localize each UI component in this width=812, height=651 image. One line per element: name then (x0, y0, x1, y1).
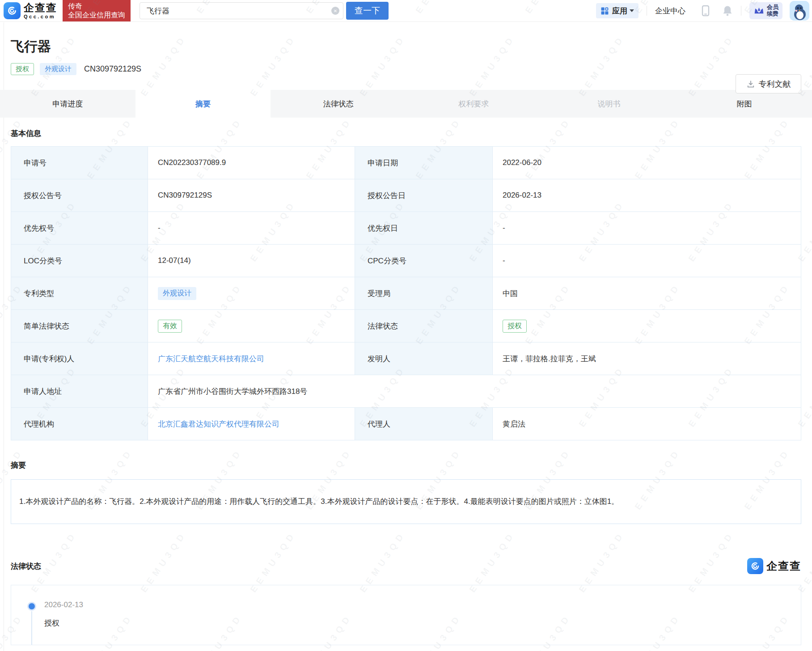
qcc-logo-icon (4, 2, 21, 19)
table-row: LOC分类号 12-07(14) CPC分类号 - (11, 245, 801, 277)
row-label: 代理机构 (11, 408, 148, 440)
row-label: 申请日期 (355, 147, 493, 179)
table-row: 优先权号 - 优先权日 - (11, 212, 801, 245)
row-label: 申请(专利权)人 (11, 342, 148, 375)
promo-line2: 全国企业信用查询 (68, 11, 125, 20)
row-label: 受理局 (355, 277, 493, 310)
crown-icon (753, 6, 765, 16)
search-bar: ✕ 查一下 (140, 2, 389, 20)
timeline-dot (29, 603, 35, 609)
row-label: 申请人地址 (11, 375, 148, 408)
table-row: 申请(专利权)人 广东汇天航空航天科技有限公司 发明人 王谭，菲拉格.拉菲克，王… (11, 342, 801, 375)
patent-document-label: 专利文献 (759, 79, 791, 89)
legal-status-header: 法律状态 企查查 (11, 558, 801, 574)
table-row: 授权公告号 CN309792129S 授权公告日 2026-02-13 (11, 179, 801, 212)
download-icon (746, 80, 755, 89)
user-avatar[interactable] (790, 1, 809, 21)
tab-legal-status[interactable]: 法律状态 (271, 90, 406, 118)
legal-status-timeline: 2026-02-13 授权 (11, 585, 801, 645)
page-title: 飞行器 (11, 38, 801, 56)
row-value: - (148, 212, 355, 245)
timeline-date: 2026-02-13 (44, 600, 801, 609)
vip-line2: 续费 (767, 11, 778, 17)
patent-type-tag[interactable]: 外观设计 (158, 287, 196, 300)
agency-link[interactable]: 北京汇鑫君达知识产权代理有限公司 (158, 420, 279, 428)
tab-bar: 申请进度 摘要 法律状态 权利要求 说明书 附图 (0, 90, 812, 118)
tab-abstract[interactable]: 摘要 (135, 90, 271, 118)
table-row: 申请号 CN202230377089.9 申请日期 2022-06-20 (11, 147, 801, 179)
tab-specification: 说明书 (541, 90, 677, 118)
row-label: 代理人 (355, 408, 493, 440)
qcc-brand-text: 企查查 (766, 559, 801, 573)
row-value: 2022-06-20 (493, 147, 801, 179)
vip-renew-button[interactable]: 会员 续费 (749, 2, 782, 19)
mobile-app-icon[interactable] (701, 5, 710, 17)
vip-line1: 会员 (767, 4, 778, 11)
row-label: CPC分类号 (355, 245, 493, 277)
row-value: 中国 (493, 277, 801, 310)
apps-menu-button[interactable]: 应用 (596, 3, 639, 18)
qcc-logo-icon (747, 558, 763, 574)
notifications-bell-icon[interactable] (722, 5, 733, 17)
brand-name: 企查查 (24, 3, 57, 13)
patent-type-badge: 外观设计 (40, 63, 76, 75)
basic-info-table: 申请号 CN202230377089.9 申请日期 2022-06-20 授权公… (11, 146, 801, 440)
qcc-watermark-logo: 企查查 (747, 558, 801, 574)
row-label: 优先权号 (11, 212, 148, 245)
enterprise-center-link[interactable]: 企业中心 (655, 6, 685, 16)
table-row: 专利类型 外观设计 受理局 中国 (11, 277, 801, 310)
abstract-text: 1.本外观设计产品的名称：飞行器。2.本外观设计产品的用途：用作载人飞行的交通工… (11, 479, 801, 524)
row-label: 专利类型 (11, 277, 148, 310)
table-row: 申请人地址 广东省广州市小谷围街大学城外环西路318号 (11, 375, 801, 408)
row-value: 2026-02-13 (493, 179, 801, 212)
row-value: CN309792129S (148, 179, 355, 212)
row-label: 发明人 (355, 342, 493, 375)
top-bar-right: 应用 企业中心 会员 (596, 1, 809, 21)
publication-number: CN309792129S (84, 64, 141, 74)
applicant-link[interactable]: 广东汇天航空航天科技有限公司 (158, 355, 264, 363)
legal-status-title: 法律状态 (11, 561, 41, 571)
apps-grid-icon (601, 7, 609, 15)
patent-document-button[interactable]: 专利文献 (736, 74, 801, 93)
tab-application-progress[interactable]: 申请进度 (0, 90, 135, 118)
row-value: 王谭，菲拉格.拉菲克，王斌 (493, 342, 801, 375)
qcc-wordmark: 企查查 Qcc.com (24, 3, 57, 19)
row-value: - (493, 212, 801, 245)
patent-detail-page: 飞行器 专利文献 授权 外观设计 CN309792129S 申请进度 摘要 法律… (0, 38, 812, 645)
row-label: 授权公告号 (11, 179, 148, 212)
table-row: 简单法律状态 有效 法律状态 授权 (11, 310, 801, 342)
tab-claims: 权利要求 (406, 90, 541, 118)
promo-badge: 传奇 全国企业信用查询 (63, 0, 131, 21)
clear-search-icon[interactable]: ✕ (331, 7, 339, 15)
row-label: 申请号 (11, 147, 148, 179)
applicant-address: 广东省广州市小谷围街大学城外环西路318号 (148, 375, 801, 408)
divider (647, 6, 647, 16)
search-input[interactable] (140, 2, 343, 19)
tab-figures[interactable]: 附图 (677, 90, 812, 118)
brand-domain: Qcc.com (24, 14, 57, 19)
legal-status-badge: 授权 (503, 320, 527, 333)
timeline-line (31, 611, 32, 645)
row-label: 简单法律状态 (11, 310, 148, 342)
row-value: - (493, 245, 801, 277)
top-bar: 企查查 Qcc.com 传奇 全国企业信用查询 ✕ 查一下 应用 (0, 0, 812, 22)
divider (741, 6, 741, 16)
row-label: 优先权日 (355, 212, 493, 245)
timeline-status: 授权 (44, 618, 801, 628)
patent-tag-row: 授权 外观设计 CN309792129S (11, 63, 801, 75)
chevron-down-icon (630, 9, 634, 12)
apps-label: 应用 (612, 6, 627, 16)
row-label: 授权公告日 (355, 179, 493, 212)
abstract-title: 摘要 (11, 460, 801, 470)
row-value: CN202230377089.9 (148, 147, 355, 179)
qcc-logo[interactable]: 企查查 Qcc.com (4, 2, 57, 19)
row-value: 黄启法 (493, 408, 801, 440)
row-label: 法律状态 (355, 310, 493, 342)
basic-info-title: 基本信息 (11, 128, 801, 139)
table-row: 代理机构 北京汇鑫君达知识产权代理有限公司 代理人 黄启法 (11, 408, 801, 440)
search-button[interactable]: 查一下 (346, 2, 389, 20)
grant-status-badge: 授权 (11, 63, 34, 75)
row-value: 12-07(14) (148, 245, 355, 277)
row-label: LOC分类号 (11, 245, 148, 277)
promo-line1: 传奇 (68, 2, 125, 11)
